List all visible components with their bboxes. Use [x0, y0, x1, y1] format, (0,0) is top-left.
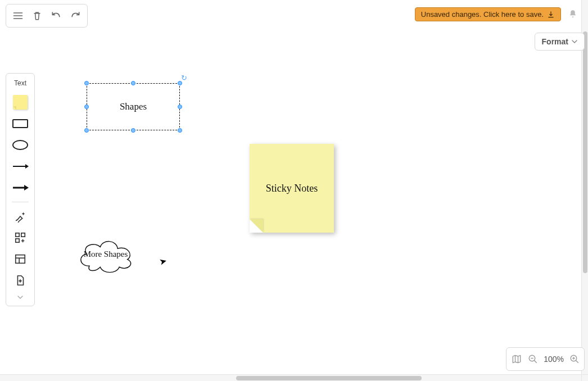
ellipse-icon: [12, 140, 28, 150]
arrow-tool[interactable]: [10, 179, 30, 196]
zoom-level[interactable]: 100%: [544, 355, 564, 364]
zoom-out-icon: [528, 354, 538, 364]
file-plus-icon: [14, 274, 26, 287]
svg-line-12: [576, 360, 578, 363]
shape-cloud-label: More Shapes: [84, 249, 128, 259]
chevron-down-icon: [17, 295, 23, 300]
svg-rect-5: [16, 255, 25, 264]
pencil-sparkle-icon: [14, 210, 26, 223]
svg-line-9: [534, 360, 537, 363]
toolbox-expand[interactable]: [17, 291, 23, 303]
unsaved-changes-text: Unsaved changes. Click here to save.: [421, 10, 544, 19]
line-icon: [12, 162, 29, 170]
table-icon: [14, 253, 26, 265]
undo-icon: [51, 10, 62, 21]
sticky-note-icon: [13, 95, 28, 110]
resize-handle-tm[interactable]: [131, 81, 135, 85]
menu-button[interactable]: [10, 7, 26, 24]
redo-button[interactable]: [67, 7, 84, 24]
format-button[interactable]: Format: [535, 33, 585, 51]
redo-icon: [70, 10, 81, 21]
add-shape-tool[interactable]: [10, 229, 30, 246]
chevron-down-icon: [572, 39, 577, 44]
shape-rectangle-selected[interactable]: Shapes ↻: [87, 83, 180, 130]
shapes-plus-icon: [14, 232, 26, 244]
sticky-note-label: Sticky Notes: [266, 183, 318, 194]
notifications-button[interactable]: [568, 9, 578, 21]
format-label: Format: [542, 37, 568, 46]
shape-rectangle-label: Shapes: [120, 101, 147, 112]
rotate-handle-icon[interactable]: ↻: [181, 74, 187, 83]
template-tool[interactable]: [10, 272, 30, 289]
resize-handle-bm[interactable]: [131, 128, 135, 133]
rectangle-tool[interactable]: [10, 115, 30, 132]
bell-icon: [568, 9, 578, 19]
pointer-cursor-icon: ➤: [158, 256, 168, 268]
svg-rect-2: [16, 233, 19, 237]
canvas[interactable]: Shapes ↻ Sticky Notes More Shapes ➤: [0, 0, 588, 381]
resize-handle-ml[interactable]: [84, 105, 89, 109]
svg-rect-3: [16, 239, 19, 242]
sticky-note[interactable]: Sticky Notes: [250, 144, 334, 233]
resize-handle-bl[interactable]: [84, 128, 89, 133]
resize-handle-mr[interactable]: [178, 105, 182, 109]
map-icon: [511, 353, 522, 365]
undo-button[interactable]: [48, 7, 65, 24]
hamburger-icon: [12, 10, 24, 21]
zoom-in-icon: [569, 354, 580, 364]
line-tool[interactable]: [10, 158, 30, 175]
shape-cloud[interactable]: More Shapes: [73, 233, 138, 275]
zoom-bar: 100%: [506, 347, 585, 371]
ellipse-tool[interactable]: [10, 137, 30, 153]
toolbox-heading: Text: [14, 79, 26, 87]
freehand-tool[interactable]: [10, 208, 30, 225]
shape-toolbox: Text: [6, 73, 35, 306]
table-tool[interactable]: [10, 251, 30, 267]
top-toolbar: [6, 4, 88, 28]
resize-handle-tl[interactable]: [84, 81, 89, 85]
zoom-in-button[interactable]: [569, 354, 580, 364]
delete-button[interactable]: [29, 7, 46, 24]
resize-handle-br[interactable]: [178, 128, 182, 133]
outline-toggle[interactable]: [511, 353, 522, 365]
sticky-note-tool[interactable]: [10, 94, 30, 111]
rectangle-icon: [12, 119, 28, 128]
svg-rect-4: [21, 233, 25, 237]
arrow-icon: [12, 184, 29, 192]
zoom-out-button[interactable]: [528, 354, 538, 364]
trash-icon: [31, 10, 43, 21]
download-icon: [547, 11, 555, 19]
toolbox-divider: [12, 202, 29, 202]
unsaved-changes-banner[interactable]: Unsaved changes. Click here to save.: [415, 7, 561, 21]
